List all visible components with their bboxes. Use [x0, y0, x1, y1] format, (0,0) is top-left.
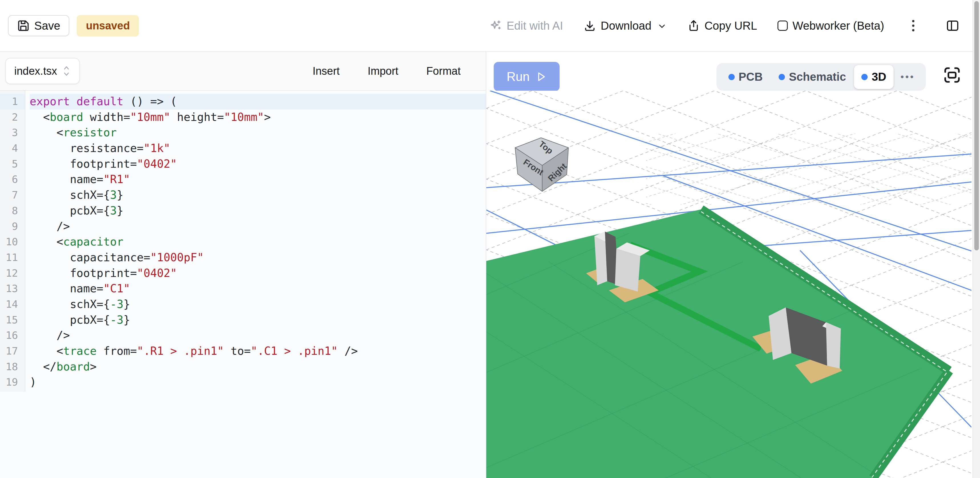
copy-url-button[interactable]: Copy URL [687, 19, 757, 32]
chevrons-up-down-icon [62, 65, 71, 78]
unsaved-status-badge: unsaved [77, 15, 139, 37]
header-actions: Edit with AI Download Copy URL Webwork [490, 19, 960, 33]
save-button[interactable]: Save [8, 15, 69, 36]
line-number: 3 [0, 125, 25, 141]
scrollbar-thumb[interactable] [974, 1, 979, 250]
tab-3d[interactable]: 3D [854, 65, 894, 89]
editor-actions: Insert Import Format [313, 65, 461, 77]
code-line[interactable]: resistance="1k" [30, 141, 486, 156]
save-floppy-icon [17, 19, 30, 32]
line-number: 13 [0, 281, 25, 297]
grid-horizon-band [646, 133, 972, 205]
sidebar-panel-icon[interactable] [945, 19, 960, 33]
line-number: 5 [0, 156, 25, 172]
line-number: 6 [0, 172, 25, 187]
download-icon [584, 19, 596, 32]
import-button[interactable]: Import [368, 65, 398, 77]
insert-button[interactable]: Insert [313, 65, 340, 77]
top-toolbar: Save unsaved Edit with AI Download [0, 0, 980, 52]
3d-viewer[interactable]: Top Front Right [486, 91, 980, 478]
line-number: 11 [0, 250, 25, 265]
code-line[interactable]: export default () => ( [30, 94, 486, 110]
code-line[interactable]: name="C1" [30, 281, 486, 297]
line-number: 10 [0, 234, 25, 250]
3d-scene[interactable]: Top Front Right [486, 91, 972, 478]
code-line[interactable]: pcbX={-3} [30, 312, 486, 328]
code-line[interactable]: schX={3} [30, 187, 486, 203]
code-editor[interactable]: 12345678910111213141516171819 export def… [0, 91, 486, 478]
tab-schematic[interactable]: Schematic [771, 63, 854, 91]
code-line[interactable]: <board width="10mm" height="10mm"> [30, 110, 486, 125]
fullscreen-icon [943, 66, 961, 84]
line-number: 19 [0, 375, 25, 390]
webworker-checkbox[interactable] [778, 21, 788, 31]
format-button[interactable]: Format [426, 65, 461, 77]
line-number-gutter: 12345678910111213141516171819 [0, 91, 25, 392]
secondary-toolbar: index.tsx Insert Import Format Run PCB [0, 52, 980, 91]
code-line[interactable]: capacitance="1000pF" [30, 250, 486, 265]
line-number: 16 [0, 328, 25, 343]
share-icon [687, 19, 700, 32]
tab-more-button[interactable]: ••• [894, 71, 922, 83]
file-select[interactable]: index.tsx [5, 58, 80, 84]
line-number: 2 [0, 110, 25, 125]
schematic-dot-icon [779, 74, 785, 80]
pcb-dot-icon [729, 74, 735, 80]
line-number: 4 [0, 141, 25, 156]
edit-with-ai-button[interactable]: Edit with AI [490, 19, 563, 32]
page-scrollbar[interactable] [973, 0, 980, 478]
sparkles-icon [490, 19, 502, 32]
save-label: Save [34, 19, 60, 32]
code-line[interactable]: <trace from=".R1 > .pin1" to=".C1 > .pin… [30, 343, 486, 359]
fullscreen-button[interactable] [943, 66, 961, 84]
line-number: 12 [0, 265, 25, 281]
run-button[interactable]: Run [494, 62, 560, 91]
code-line[interactable]: schX={-3} [30, 297, 486, 312]
code-line[interactable]: /> [30, 219, 486, 234]
line-number: 18 [0, 359, 25, 375]
code-line[interactable]: name="R1" [30, 172, 486, 187]
code-line[interactable]: footprint="0402" [30, 265, 486, 281]
code-line[interactable]: footprint="0402" [30, 156, 486, 172]
code-line[interactable]: <resistor [30, 125, 486, 141]
line-number: 8 [0, 203, 25, 219]
code-line[interactable]: pcbX={3} [30, 203, 486, 219]
main-area: 12345678910111213141516171819 export def… [0, 91, 980, 478]
file-name: index.tsx [14, 65, 57, 77]
chevron-down-icon [657, 21, 667, 30]
play-icon [535, 71, 547, 83]
line-number: 15 [0, 312, 25, 328]
line-number: 9 [0, 219, 25, 234]
code-content[interactable]: export default () => ( <board width="10m… [25, 91, 486, 478]
view-tabs: PCB Schematic 3D ••• [716, 63, 926, 91]
code-line[interactable]: </board> [30, 359, 486, 375]
code-line[interactable]: ) [30, 375, 486, 390]
line-number: 1 [0, 94, 25, 110]
webworker-toggle[interactable]: Webworker (Beta) [778, 19, 884, 32]
line-number: 14 [0, 297, 25, 312]
line-number: 17 [0, 343, 25, 359]
code-line[interactable]: <capacitor [30, 234, 486, 250]
file-toolbar: index.tsx Insert Import Format [0, 52, 486, 91]
tscircuit-editor-app: Save unsaved Edit with AI Download [0, 0, 980, 478]
more-menu-button[interactable] [909, 20, 917, 31]
line-number: 7 [0, 187, 25, 203]
code-line[interactable]: /> [30, 328, 486, 343]
tab-pcb[interactable]: PCB [721, 63, 771, 91]
download-button[interactable]: Download [584, 19, 667, 32]
viewer-toolbar: Run PCB Schematic 3D ••• [486, 52, 980, 91]
threed-dot-icon [861, 74, 868, 80]
